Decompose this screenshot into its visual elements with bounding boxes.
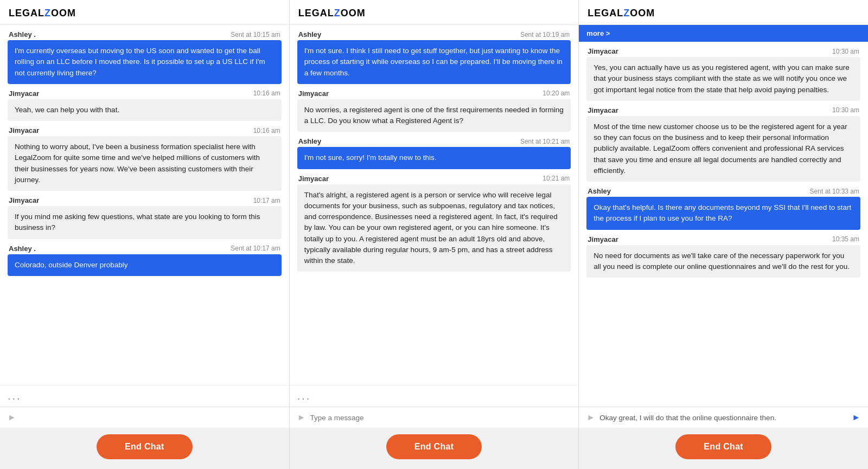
sender-name: Jimyacar (298, 175, 329, 183)
sender-name: Jimyacar (9, 89, 39, 98)
sender-name: Ashley (298, 137, 322, 145)
logo: LEGALZOOM (9, 8, 280, 19)
message-row: AshleySent at 10:19 amI'm not sure. I th… (297, 30, 571, 84)
message-meta: AshleySent at 10:21 am (297, 137, 571, 145)
logo-legal: LEGAL (298, 8, 334, 19)
logo-zoom: ZOOM (623, 8, 655, 19)
logo-zoom: ZOOM (44, 8, 76, 19)
end-chat-button[interactable]: End Chat (675, 434, 771, 459)
message-meta: Ashley .Sent at 10:15 am (8, 30, 282, 38)
end-chat-button[interactable]: End Chat (97, 434, 193, 459)
message-row: Jimyacar10:20 amNo worries, a registered… (297, 89, 571, 132)
message-meta: Jimyacar10:20 am (297, 89, 571, 98)
typing-indicator: ... (290, 385, 579, 407)
sender-name: Ashley . (9, 245, 36, 253)
message-time: 10:16 am (253, 89, 280, 97)
message-row: AshleySent at 10:21 amI'm not sure, sorr… (297, 137, 571, 169)
message-time: Sent at 10:21 am (520, 138, 570, 145)
sender-name: Jimyacar (9, 196, 39, 204)
message-bubble-user: Colorado, outside Denver probably (8, 254, 282, 276)
chat-footer: End Chat (0, 428, 289, 469)
sender-name: Jimyacar (9, 126, 39, 134)
panel-header: LEGALZOOM (0, 0, 289, 25)
message-meta: AshleySent at 10:19 am (297, 30, 571, 38)
message-meta: Jimyacar10:16 am (8, 89, 282, 98)
logo: LEGALZOOM (298, 8, 570, 19)
message-meta: Jimyacar10:35 am (586, 235, 860, 243)
logo-oom: OOM (341, 8, 366, 19)
logo-z-letter: Z (44, 8, 51, 19)
sender-name: Jimyacar (588, 47, 618, 55)
message-time: 10:30 am (832, 48, 859, 55)
sender-name: Ashley (588, 187, 611, 195)
chat-panel-3: LEGALZOOMmore >Jimyacar10:30 amYes, you … (579, 0, 868, 469)
logo-legal: LEGAL (588, 8, 623, 19)
chat-messages: AshleySent at 10:19 amI'm not sure. I th… (290, 25, 579, 385)
sender-name: Jimyacar (588, 235, 618, 243)
message-bubble-agent: Most of the time new customer choose us … (586, 116, 860, 182)
chat-panel-1: LEGALZOOMAshley .Sent at 10:15 amI'm cur… (0, 0, 290, 469)
message-meta: Jimyacar10:21 am (297, 175, 571, 183)
message-bubble-agent: No worries, a registered agent is one of… (297, 99, 571, 132)
chat-input-area: ► (290, 407, 579, 428)
send-icon-left[interactable]: ► (8, 413, 16, 422)
message-time: Sent at 10:33 am (810, 188, 859, 195)
message-bubble-agent: Nothing to worry about, I've been a busi… (8, 136, 282, 191)
logo-oom: OOM (630, 8, 655, 19)
sender-name: Ashley . (9, 30, 36, 38)
end-chat-button[interactable]: End Chat (386, 434, 482, 459)
message-meta: Jimyacar10:30 am (586, 106, 860, 114)
chat-panel-2: LEGALZOOMAshleySent at 10:19 amI'm not s… (290, 0, 579, 469)
message-row: Jimyacar10:35 amNo need for documents as… (586, 235, 860, 278)
logo-legal: LEGAL (9, 8, 44, 19)
typing-indicator: ... (0, 385, 289, 407)
chat-footer: End Chat (290, 428, 579, 469)
message-bubble-agent: Yeah, we can help you with that. (8, 99, 282, 121)
chat-messages: Ashley .Sent at 10:15 amI'm currently ov… (0, 25, 289, 385)
sender-name: Jimyacar (298, 89, 329, 98)
message-meta: Jimyacar10:17 am (8, 196, 282, 204)
chat-footer: End Chat (579, 428, 868, 469)
sender-name: Ashley (298, 30, 322, 38)
message-row: Jimyacar10:30 amYes, you can actually ha… (586, 47, 860, 101)
message-time: 10:17 am (253, 197, 280, 204)
sender-name: Jimyacar (588, 106, 618, 114)
message-bubble-user: I'm not sure. I think I still need to ge… (297, 40, 571, 84)
message-time: Sent at 10:15 am (231, 31, 280, 38)
message-time: 10:21 am (542, 175, 570, 182)
message-row: Jimyacar10:30 amMost of the time new cus… (586, 106, 860, 182)
send-icon-left[interactable]: ► (586, 413, 595, 422)
send-icon-right[interactable]: ► (852, 413, 860, 422)
message-meta: Jimyacar10:16 am (8, 126, 282, 134)
message-time: 10:35 am (832, 235, 859, 243)
message-row: Jimyacar10:16 amYeah, we can help you wi… (8, 89, 282, 121)
message-row: Jimyacar10:17 amIf you mind me asking fe… (8, 196, 282, 239)
message-time: 10:30 am (832, 106, 859, 114)
message-row: Ashley .Sent at 10:15 amI'm currently ov… (8, 30, 282, 84)
message-time: 10:16 am (253, 127, 280, 134)
message-input[interactable] (310, 414, 571, 422)
logo-oom: OOM (51, 8, 76, 19)
message-bubble-agent: Yes, you can actually have us as you reg… (586, 57, 860, 101)
logo: LEGALZOOM (588, 8, 859, 19)
blue-header-bar[interactable]: more > (579, 25, 868, 42)
chat-input-area: ► (0, 407, 289, 428)
message-meta: Ashley .Sent at 10:17 am (8, 245, 282, 253)
message-bubble-user: Okay that's helpful. Is there any docume… (586, 197, 860, 230)
logo-z-letter: Z (334, 8, 341, 19)
chat-messages: Jimyacar10:30 amYes, you can actually ha… (579, 42, 868, 407)
message-bubble-agent: If you mind me asking few questions, wha… (8, 206, 282, 239)
message-input[interactable] (599, 414, 847, 422)
send-icon-left[interactable]: ► (297, 413, 306, 422)
logo-z-letter: Z (623, 8, 630, 19)
logo-zoom: ZOOM (334, 8, 366, 19)
message-input[interactable] (21, 414, 282, 422)
message-bubble-user: I'm currently overseas but moving to the… (8, 40, 282, 84)
panel-header: LEGALZOOM (290, 0, 579, 25)
message-time: Sent at 10:19 am (520, 31, 570, 38)
message-bubble-agent: No need for documents as we'll take care… (586, 245, 860, 278)
message-row: Jimyacar10:16 amNothing to worry about, … (8, 126, 282, 191)
message-meta: AshleySent at 10:33 am (586, 187, 860, 195)
message-time: 10:20 am (542, 89, 570, 97)
panel-header: LEGALZOOM (579, 0, 868, 25)
